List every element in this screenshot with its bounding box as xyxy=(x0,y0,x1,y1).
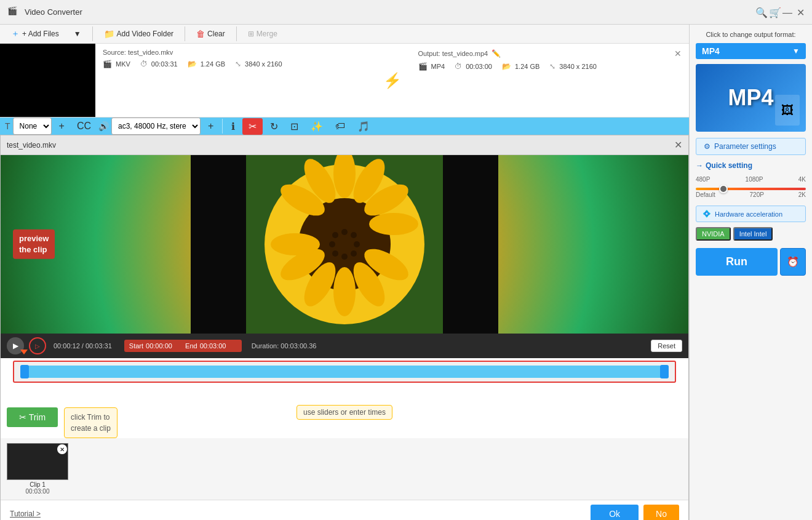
caption-button[interactable]: CC xyxy=(72,118,96,134)
slider-annotation-label: use sliders or enter times xyxy=(297,405,392,420)
end-label: End xyxy=(185,342,197,350)
duration-in-row: ⏱ 00:03:31 xyxy=(140,60,178,68)
output-meta: 🎬 MP4 ⏱ 00:03:00 📂 1.24 GB ⤡ 3840 x 2160 xyxy=(418,62,682,71)
parameter-settings-button[interactable]: ⚙ Parameter settings xyxy=(696,138,806,155)
image-icon: 🖼 xyxy=(781,103,794,118)
playback-controls: ▶ ▷ 00:00:12 / 00:03:31 Start End Durati… xyxy=(1,334,688,358)
duration-display: Duration: 00:03:00.36 xyxy=(252,342,317,350)
clip-list: ✕ Clip 1 00:03:00 xyxy=(1,438,688,500)
quality-track[interactable] xyxy=(696,188,806,190)
frame-advance-button[interactable]: ▷ xyxy=(29,337,46,354)
crop-button[interactable]: ⊡ xyxy=(285,118,303,135)
quick-setting-label: → Quick setting xyxy=(696,161,806,170)
quality-slider-container: 480P 1080P 4K Default 720P 2K xyxy=(696,174,806,206)
minimize-button[interactable]: — xyxy=(782,8,791,17)
cut-button[interactable]: ✂ xyxy=(242,118,263,135)
svg-point-13 xyxy=(329,241,335,247)
remove-file-button[interactable]: ✕ xyxy=(674,49,682,58)
add-subtitle-button[interactable]: + xyxy=(54,118,70,134)
app-title: Video Converter xyxy=(25,7,805,17)
format-preview-icon: 🖼 xyxy=(775,95,800,126)
alarm-button[interactable]: ⏰ xyxy=(780,248,806,276)
text-icon: T xyxy=(5,121,10,131)
effects-button[interactable]: ✨ xyxy=(306,118,328,135)
quality-label-2k: 2K xyxy=(798,191,806,198)
svg-point-8 xyxy=(351,232,357,238)
quality-bottom-labels: Default 720P 2K xyxy=(696,191,806,198)
hardware-acceleration-button[interactable]: 💠 Hardware acceleration xyxy=(696,206,806,222)
intel-badge[interactable]: Intel Intel xyxy=(733,227,773,241)
format-preview-box: MP4 🖼 xyxy=(696,64,806,132)
file-area: Source: test_video.mkv 🎬 MKV ⏱ 00:03:31 … xyxy=(0,44,689,118)
run-button[interactable]: Run xyxy=(696,248,778,276)
trim-slider-wrapper: use sliders or enter times xyxy=(1,358,688,401)
format-in-value: MKV xyxy=(116,60,130,68)
ok-button[interactable]: Ok xyxy=(591,505,639,520)
format-in-row: 🎬 MKV xyxy=(103,60,130,68)
duration-in-value: 00:03:31 xyxy=(151,60,178,68)
format-selector[interactable]: MP4 ▼ xyxy=(696,43,806,59)
format-dropdown-arrow: ▼ xyxy=(792,47,800,55)
trim-slider-track[interactable] xyxy=(20,366,669,378)
trim-slider-area[interactable] xyxy=(13,361,676,383)
arrow-right-icon: → xyxy=(696,161,703,170)
svg-point-12 xyxy=(332,250,338,257)
cart-icon[interactable]: 🛒 xyxy=(769,8,778,17)
clip-remove-button[interactable]: ✕ xyxy=(57,444,67,454)
duration-out-row: ⏱ 00:03:00 xyxy=(455,62,492,71)
search-icon[interactable]: 🔍 xyxy=(755,8,764,17)
add-files-button[interactable]: ＋ + Add Files xyxy=(5,25,65,43)
start-label: Start xyxy=(129,342,143,350)
quality-knob[interactable] xyxy=(719,185,728,193)
tutorial-link[interactable]: Tutorial > xyxy=(10,510,41,518)
svg-point-7 xyxy=(341,229,348,235)
size-out-row: 📂 1.24 GB xyxy=(502,62,539,71)
subtitle-select[interactable]: None xyxy=(13,118,52,135)
rotate-button[interactable]: ↻ xyxy=(265,118,283,135)
nvidia-badge[interactable]: NVIDIA xyxy=(696,227,731,241)
merge-icon: ⊞ xyxy=(248,30,254,38)
merge-button[interactable]: ⊞ Merge xyxy=(242,26,284,42)
quality-label-1080p: 1080P xyxy=(746,176,763,183)
dropdown-arrow-button[interactable]: ▼ xyxy=(68,26,87,42)
no-button[interactable]: No xyxy=(643,505,679,520)
trim-slider-right-thumb[interactable] xyxy=(660,365,669,378)
trim-annotation-label: click Trim tocreate a clip xyxy=(64,407,117,438)
edit-output-icon[interactable]: ✏️ xyxy=(492,49,501,58)
trim-slider-left-thumb[interactable] xyxy=(20,365,29,378)
format-value: MP4 xyxy=(702,46,720,56)
size-out-value: 1.24 GB xyxy=(515,63,539,70)
video-thumbnail xyxy=(0,44,95,117)
trim-button[interactable]: ✂ Trim xyxy=(7,407,58,427)
add-folder-button[interactable]: 📁 Add Video Folder xyxy=(98,25,180,42)
edit-divider xyxy=(222,119,223,134)
resize2-icon: ⤡ xyxy=(549,62,555,71)
sunflower-image xyxy=(1,155,688,334)
window-controls: 🔍 🛒 — ✕ xyxy=(755,8,805,17)
resize-icon: ⤡ xyxy=(235,60,241,68)
resolution-in-row: ⤡ 3840 x 2160 xyxy=(235,60,282,68)
add-audio-button[interactable]: + xyxy=(203,118,218,134)
trash-icon: 🗑 xyxy=(196,29,205,39)
svg-point-17 xyxy=(369,213,418,235)
dialog-bottom-bar: Tutorial > Ok No xyxy=(1,500,688,520)
folder3-icon: 📂 xyxy=(502,62,511,71)
end-time-input[interactable] xyxy=(200,342,237,350)
start-time-input[interactable] xyxy=(146,342,183,350)
source-label: Source: test_video.mkv xyxy=(103,49,367,56)
audio-select[interactable]: ac3, 48000 Hz, stere xyxy=(111,118,201,135)
reset-button[interactable]: Reset xyxy=(651,340,682,352)
clip-name: Clip 1 xyxy=(7,481,68,488)
audio-icon: 🔊 xyxy=(98,121,109,131)
clear-button[interactable]: 🗑 Clear xyxy=(190,25,231,42)
info-button[interactable]: ℹ xyxy=(226,118,240,135)
close-button[interactable]: ✕ xyxy=(796,8,805,17)
source-meta: 🎬 MKV ⏱ 00:03:31 📂 1.24 GB ⤡ 3840 x 2160 xyxy=(103,60,367,68)
watermark-button[interactable]: 🏷 xyxy=(330,118,350,134)
chip-icon: 💠 xyxy=(703,210,711,218)
clip-dialog-close-button[interactable]: ✕ xyxy=(674,139,682,151)
format-out-row: 🎬 MP4 xyxy=(418,62,445,71)
folder-icon: 📁 xyxy=(104,29,114,39)
left-panel: ＋ + Add Files ▼ 📁 Add Video Folder 🗑 Cle… xyxy=(0,25,689,520)
audio-edit-button[interactable]: 🎵 xyxy=(352,118,375,135)
